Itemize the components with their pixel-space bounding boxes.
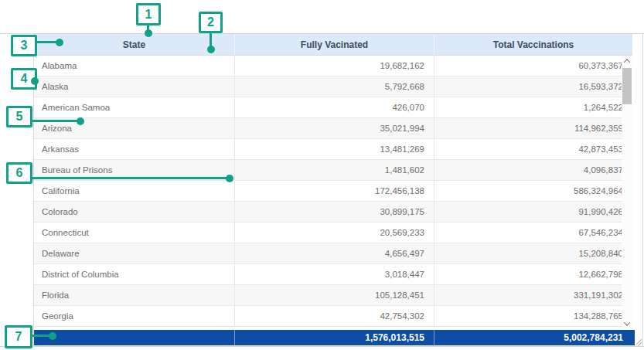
bottom-frame-line: [0, 346, 644, 347]
cell-total-vaccinations: 12,662,798: [434, 264, 632, 284]
cell-fully-vaccinated: 42,754,302: [234, 306, 434, 326]
cell-total-vaccinations: 331,191,302: [434, 285, 632, 305]
table-row[interactable]: Connecticut20,569,23367,546,234: [34, 223, 632, 243]
cell-total-vaccinations: 16,593,372: [434, 76, 632, 97]
cell-total-vaccinations: 42,873,453: [434, 139, 632, 159]
annotated-table-screenshot: State Fully Vacinated Total Vaccinations…: [0, 0, 644, 350]
cell-fully-vaccinated: 172,456,138: [234, 181, 434, 201]
cell-fully-vaccinated: 426,070: [234, 97, 434, 117]
scroll-down-button[interactable]: [622, 318, 632, 328]
scrollbar-thumb[interactable]: [622, 68, 632, 104]
callout-7-dot: [49, 332, 56, 340]
callout-5-dot: [77, 117, 84, 125]
callout-1-dot: [145, 29, 152, 37]
cell-fully-vaccinated: 105,128,451: [234, 285, 434, 305]
cell-fully-vaccinated: 35,021,994: [234, 118, 434, 138]
table-row[interactable]: Alaska5,792,66816,593,372: [34, 76, 632, 97]
table-row[interactable]: Arkansas13,481,26942,873,453: [34, 139, 632, 160]
table-row[interactable]: American Samoa426,0701,264,522: [34, 97, 632, 118]
table-row[interactable]: California172,456,138586,324,964: [34, 181, 632, 202]
callout-6-line: [32, 177, 230, 179]
chevron-up-icon: [624, 59, 630, 65]
cell-fully-vaccinated: 30,899,175: [234, 202, 434, 222]
cell-total-vaccinations: 91,990,426: [434, 202, 632, 222]
table-row[interactable]: Delaware4,656,49715,208,840: [34, 243, 632, 264]
column-header-total-vaccinations[interactable]: Total Vaccinations: [434, 34, 632, 55]
callout-6-dot: [226, 175, 233, 182]
column-header-state[interactable]: State: [34, 34, 234, 55]
cell-state: Alaska: [34, 76, 234, 97]
callout-6: 6: [6, 162, 32, 184]
cell-fully-vaccinated: 3,018,447: [234, 264, 434, 284]
callout-2-dot: [207, 46, 215, 53]
cell-total-vaccinations: 114,962,359: [434, 118, 632, 138]
cell-total-vaccinations: 134,288,765: [434, 306, 632, 326]
cell-state: Delaware: [34, 243, 234, 263]
callout-2: 2: [199, 12, 223, 33]
cell-total-vaccinations: 15,208,840: [434, 243, 632, 263]
cell-state: American Samoa: [34, 97, 234, 117]
scroll-up-button[interactable]: [622, 56, 632, 66]
totals-fully-vaccinated-cell: 1,576,013,515: [234, 330, 434, 345]
callout-5: 5: [6, 106, 32, 127]
resize-grip-icon[interactable]: [635, 338, 642, 345]
chevron-down-icon: [624, 319, 630, 325]
callout-5-line: [32, 120, 80, 122]
cell-state: California: [34, 181, 234, 201]
table-body: Alabama19,682,16260,373,367Alaska5,792,6…: [34, 56, 632, 327]
vertical-scrollbar[interactable]: [622, 56, 632, 328]
callout-4-dot: [31, 77, 39, 85]
table-row[interactable]: District of Columbia3,018,44712,662,798: [34, 264, 632, 285]
cell-state: Florida: [34, 285, 234, 305]
cell-state: Alabama: [34, 56, 234, 76]
cell-fully-vaccinated: 1,481,602: [234, 160, 434, 180]
table-row[interactable]: Alabama19,682,16260,373,367: [34, 56, 632, 76]
cell-fully-vaccinated: 19,682,162: [234, 56, 434, 76]
callout-7: 7: [5, 325, 32, 348]
callout-1: 1: [136, 3, 161, 25]
cell-state: Arkansas: [34, 139, 234, 159]
totals-state-cell: [34, 330, 234, 345]
cell-state: Georgia: [34, 306, 234, 326]
cell-total-vaccinations: 4,096,837: [434, 160, 632, 180]
table-header-row: State Fully Vacinated Total Vaccinations: [34, 34, 632, 56]
cell-fully-vaccinated: 5,792,668: [234, 76, 434, 97]
totals-total-vaccinations-cell: 5,002,784,231: [434, 330, 632, 345]
cell-total-vaccinations: 60,373,367: [434, 56, 632, 76]
table-row[interactable]: Arizona35,021,994114,962,359: [34, 118, 632, 139]
table-row[interactable]: Florida105,128,451331,191,302: [34, 285, 632, 306]
cell-total-vaccinations: 1,264,522: [434, 97, 632, 117]
cell-fully-vaccinated: 13,481,269: [234, 139, 434, 159]
cell-fully-vaccinated: 20,569,233: [234, 223, 434, 243]
cell-state: Colorado: [34, 202, 234, 222]
table-row[interactable]: Colorado30,899,17591,990,426: [34, 202, 632, 223]
callout-3: 3: [11, 35, 37, 56]
vaccination-table: State Fully Vacinated Total Vaccinations…: [33, 33, 643, 346]
table-row[interactable]: Georgia42,754,302134,288,765: [34, 306, 632, 327]
cell-total-vaccinations: 586,324,964: [434, 181, 632, 201]
cell-state: District of Columbia: [34, 264, 234, 284]
callout-3-dot: [56, 39, 63, 46]
cell-state: Connecticut: [34, 223, 234, 243]
cell-fully-vaccinated: 4,656,497: [234, 243, 434, 263]
column-header-fully-vaccinated[interactable]: Fully Vacinated: [234, 34, 434, 55]
table-totals-row: 1,576,013,515 5,002,784,231: [34, 330, 635, 345]
cell-total-vaccinations: 67,546,234: [434, 223, 632, 243]
